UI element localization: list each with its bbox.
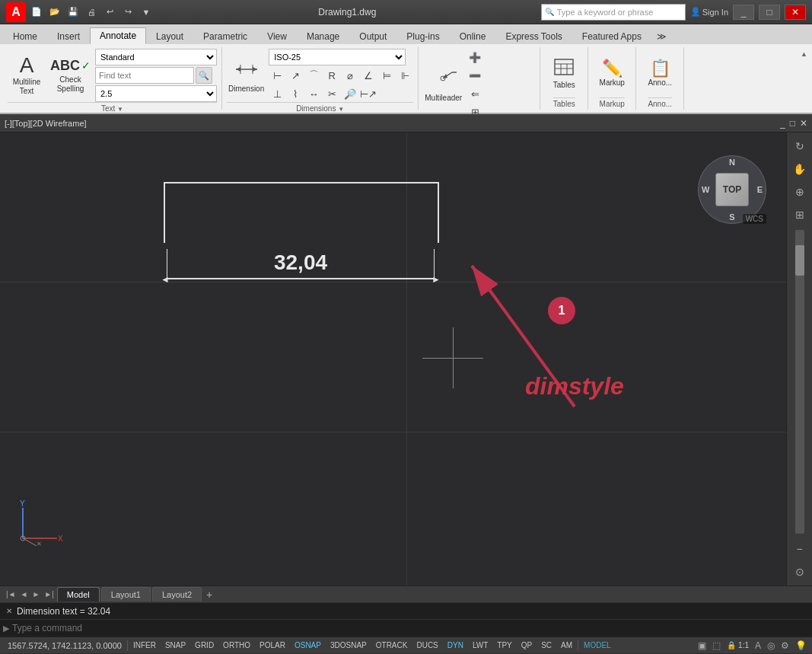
dim-icon-8[interactable]: ⊩: [396, 67, 413, 84]
sign-in-btn[interactable]: 👤 Sign In: [690, 7, 728, 17]
layout-tab-layout2[interactable]: Layout2: [152, 587, 202, 601]
zoom-window-icon[interactable]: ⊞: [789, 204, 810, 225]
add-leader-icon[interactable]: ➕: [467, 49, 483, 65]
status-btn-am[interactable]: AM: [556, 639, 577, 652]
layout-tab-model[interactable]: Model: [57, 587, 100, 601]
check-spelling-button[interactable]: ABC ✓ Check Spelling: [49, 55, 92, 97]
dim-icon-9[interactable]: ⊥: [269, 85, 285, 102]
layout-tab-layout1[interactable]: Layout1: [101, 587, 151, 601]
dim-icon-5[interactable]: ⌀: [342, 67, 358, 84]
markup-button[interactable]: ✏️ Markup: [593, 57, 631, 90]
dim-icon-1[interactable]: ⊢: [269, 67, 285, 84]
status-btn-osnap[interactable]: OSNAP: [290, 639, 326, 652]
status-btn-3dosnap[interactable]: 3DOSNAP: [326, 639, 371, 652]
status-btn-lwt[interactable]: LWT: [468, 639, 492, 652]
zoom-scroll[interactable]: [795, 230, 804, 534]
status-btn-model[interactable]: MODEL: [579, 639, 616, 652]
viewport-restore-icon[interactable]: □: [790, 118, 795, 129]
dim-icon-11[interactable]: ↔: [305, 85, 322, 102]
orbit-icon[interactable]: ↻: [789, 136, 810, 157]
dim-icon-12[interactable]: ✂: [323, 85, 340, 102]
status-btn-otrack[interactable]: OTRACK: [371, 639, 412, 652]
new-icon[interactable]: 📄: [29, 5, 44, 20]
iso-select[interactable]: ISO-25: [269, 49, 406, 65]
undo-icon[interactable]: ↩: [102, 5, 117, 20]
viewport-close-icon[interactable]: ✕: [800, 118, 807, 129]
dims-group-expand-icon[interactable]: ▼: [338, 106, 344, 113]
tab-annotate[interactable]: Annotate: [90, 27, 146, 44]
tables-button[interactable]: Tables: [545, 55, 583, 92]
dim-icon-3[interactable]: ⌒: [305, 67, 322, 84]
save-icon[interactable]: 💾: [65, 5, 81, 20]
status-btn-qp[interactable]: QP: [517, 639, 537, 652]
cube-top-face[interactable]: TOP: [715, 173, 749, 206]
settings-icon[interactable]: ⚙: [779, 640, 791, 651]
find-text-input[interactable]: [95, 67, 194, 84]
annotation-scale-icon[interactable]: A: [753, 640, 763, 651]
layout-nav-prev[interactable]: ◄: [19, 590, 30, 598]
dim-icon-10[interactable]: ⌇: [287, 85, 304, 102]
text-group-expand-icon[interactable]: ▼: [117, 106, 123, 113]
tab-more[interactable]: ≫: [651, 27, 672, 44]
status-btn-ducs[interactable]: DUCS: [412, 639, 442, 652]
redo-icon[interactable]: ↪: [120, 5, 135, 20]
annotation-visibility-icon[interactable]: ◎: [765, 640, 777, 651]
full-nav-wheel-icon[interactable]: ⊙: [789, 561, 810, 582]
search-bar[interactable]: 🔍 Type a keyword or phrase: [541, 4, 686, 21]
dim-icon-2[interactable]: ↗: [287, 67, 304, 84]
text-style-select[interactable]: Standard: [95, 49, 217, 65]
viewport-config2-icon[interactable]: ⬚: [710, 640, 723, 651]
maximize-button[interactable]: □: [759, 5, 780, 20]
close-button[interactable]: ✕: [785, 5, 806, 20]
tab-manage[interactable]: Manage: [297, 27, 349, 44]
multileader-button[interactable]: Multileader: [423, 65, 463, 105]
layout-nav-last[interactable]: ►|: [43, 590, 56, 598]
status-btn-ortho[interactable]: ORTHO: [218, 639, 255, 652]
status-btn-grid[interactable]: GRID: [190, 639, 218, 652]
workspace-icon[interactable]: 💡: [793, 640, 809, 651]
tab-insert[interactable]: Insert: [47, 27, 90, 44]
command-input[interactable]: [12, 623, 809, 633]
tab-layout[interactable]: Layout: [146, 27, 193, 44]
viewport-config-icon[interactable]: ▣: [696, 640, 709, 651]
pan-icon[interactable]: ✋: [789, 158, 810, 180]
dim-icon-13[interactable]: 🔎: [342, 85, 358, 102]
status-btn-polar[interactable]: POLAR: [255, 639, 290, 652]
dimension-button[interactable]: Dimension: [227, 56, 266, 96]
status-btn-infer[interactable]: INFER: [129, 639, 161, 652]
find-text-icon[interactable]: 🔍: [196, 67, 212, 84]
dim-icon-7[interactable]: ⊨: [378, 67, 395, 84]
zoom-out-icon[interactable]: −: [789, 538, 810, 560]
tab-express-tools[interactable]: Express Tools: [495, 27, 572, 44]
status-btn-sc[interactable]: SC: [537, 639, 556, 652]
tab-featured-apps[interactable]: Featured Apps: [572, 27, 651, 44]
navigation-cube[interactable]: N S E W TOP WCS: [698, 155, 766, 224]
tab-online[interactable]: Online: [450, 27, 496, 44]
dim-icon-6[interactable]: ∠: [360, 67, 377, 84]
minimize-button[interactable]: _: [733, 5, 754, 20]
add-layout-button[interactable]: +: [206, 589, 212, 601]
remove-leader-icon[interactable]: ➖: [467, 67, 483, 84]
canvas-area[interactable]: 32,04 ◄ ►: [0, 132, 812, 585]
qa-more-icon[interactable]: ▼: [139, 5, 154, 20]
open-icon[interactable]: 📂: [47, 5, 62, 20]
dim-icon-4[interactable]: R: [323, 67, 340, 84]
tab-plugins[interactable]: Plug-ins: [396, 27, 449, 44]
tab-home[interactable]: Home: [3, 27, 47, 44]
multiline-text-button[interactable]: A Multiline Text: [8, 52, 46, 99]
align-leaders-icon[interactable]: ⇐: [467, 85, 483, 102]
text-scale-select[interactable]: 2.5: [95, 85, 217, 102]
status-btn-snap[interactable]: SNAP: [161, 639, 190, 652]
viewport-minimize-icon[interactable]: _: [780, 118, 785, 129]
layout-nav-first[interactable]: |◄: [5, 590, 18, 598]
command-output-icon[interactable]: ✕: [6, 607, 12, 615]
layout-nav-next[interactable]: ►: [30, 590, 41, 598]
anno-button[interactable]: 📋 Anno...: [641, 57, 679, 90]
status-btn-dyn[interactable]: DYN: [443, 639, 468, 652]
print-icon[interactable]: 🖨: [84, 5, 99, 20]
tab-view[interactable]: View: [257, 27, 297, 44]
ribbon-collapse-icon[interactable]: ▲: [801, 50, 807, 58]
tab-output[interactable]: Output: [349, 27, 396, 44]
status-btn-tpy[interactable]: TPY: [492, 639, 516, 652]
dim-icon-14[interactable]: ⊢↗: [360, 85, 377, 102]
